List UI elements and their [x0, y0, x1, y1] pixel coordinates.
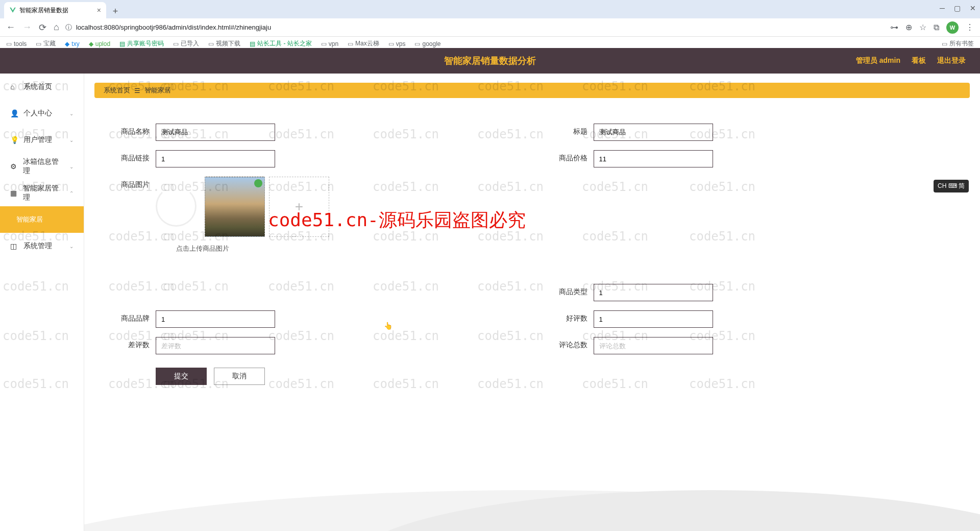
- password-icon[interactable]: ⊶: [890, 22, 898, 32]
- good-reviews-input[interactable]: [594, 310, 713, 328]
- site-info-icon[interactable]: ⓘ: [65, 23, 72, 32]
- cancel-button[interactable]: 取消: [214, 368, 265, 385]
- extensions-icon[interactable]: ⧉: [934, 23, 939, 32]
- bookmark-item[interactable]: ▤ 共享账号密码: [119, 39, 164, 48]
- forward-icon[interactable]: →: [22, 22, 32, 33]
- url-field[interactable]: ⓘ localhost:8080/springbootjr986/admin/d…: [65, 23, 884, 32]
- bad-reviews-label: 差评数: [94, 337, 156, 350]
- bookmark-item[interactable]: ▤ 站长工具 - 站长之家: [250, 39, 312, 48]
- home-icon[interactable]: ⌂: [54, 22, 59, 33]
- settings-icon: ⚙: [10, 162, 18, 171]
- product-name-input[interactable]: [156, 124, 275, 141]
- star-icon[interactable]: ☆: [919, 22, 926, 32]
- chevron-down-icon: ⌄: [69, 164, 74, 170]
- product-link-label: 商品链接: [94, 150, 156, 163]
- tab-bar: 智能家居销量数据 × + ─ ▢ ✕: [0, 0, 980, 18]
- all-bookmarks[interactable]: ▭ 所有书签: [942, 39, 974, 48]
- back-icon[interactable]: ←: [6, 22, 15, 33]
- maximize-icon[interactable]: ▢: [954, 4, 961, 12]
- title-label: 标题: [532, 124, 594, 136]
- submit-button[interactable]: 提交: [156, 368, 207, 385]
- product-price-input[interactable]: [594, 150, 713, 167]
- vue-icon: [9, 7, 16, 14]
- menu-icon[interactable]: ⋮: [966, 22, 974, 32]
- product-brand-input[interactable]: [156, 310, 275, 328]
- chevron-up-icon: ⌃: [69, 190, 74, 196]
- total-reviews-label: 评论总数: [532, 337, 594, 350]
- admin-label[interactable]: 管理员 admin: [856, 56, 900, 65]
- decorative-hills: [84, 460, 980, 531]
- title-input[interactable]: [594, 124, 713, 141]
- address-bar: ← → ⟳ ⌂ ⓘ localhost:8080/springbootjr986…: [0, 18, 980, 37]
- breadcrumb: 系统首页 ☰ 智能家居: [94, 83, 970, 98]
- product-image-label: 商品图片: [94, 177, 156, 189]
- new-tab-button[interactable]: +: [108, 4, 122, 18]
- app-header: 智能家居销量数据分析 管理员 admin 看板 退出登录: [0, 48, 980, 74]
- breadcrumb-current: 智能家居: [144, 86, 171, 95]
- good-reviews-label: 好评数: [532, 310, 594, 323]
- product-link-input[interactable]: [156, 150, 275, 167]
- browser-chrome: 智能家居销量数据 × + ─ ▢ ✕ ← → ⟳ ⌂ ⓘ localhost:8…: [0, 0, 980, 48]
- sidebar: ⌂系统首页 👤个人中心⌄ 💡用户管理⌄ ⚙冰箱信息管理⌄ ▦智能家居管理⌃ 智能…: [0, 74, 84, 531]
- app-title: 智能家居销量数据分析: [444, 55, 536, 67]
- reload-icon[interactable]: ⟳: [39, 22, 46, 33]
- chevron-down-icon: ⌄: [69, 137, 74, 143]
- bookmark-item[interactable]: ▭ 已导入: [173, 39, 199, 48]
- grid-icon: ▦: [10, 189, 18, 197]
- bookmark-item[interactable]: ▭ vpn: [321, 40, 338, 47]
- browser-tab[interactable]: 智能家居销量数据 ×: [4, 2, 106, 18]
- cursor-icon: 👆: [384, 322, 393, 330]
- loading-spinner-icon: [156, 186, 197, 227]
- bad-reviews-input[interactable]: [156, 337, 275, 354]
- sidebar-item-fridge[interactable]: ⚙冰箱信息管理⌄: [0, 153, 84, 180]
- total-reviews-input[interactable]: [594, 337, 713, 354]
- bookmark-item[interactable]: ▭ google: [414, 40, 440, 47]
- product-name-label: 商品名称: [94, 124, 156, 136]
- bookmark-item[interactable]: ◆ txy: [65, 40, 79, 47]
- main-content: 系统首页 ☰ 智能家居 商品名称 标题 商品链接 商品价格 商品图片: [84, 74, 980, 531]
- url-text: localhost:8080/springbootjr986/admin/dis…: [76, 23, 271, 31]
- user-icon: 👤: [10, 109, 18, 117]
- bulb-icon: 💡: [10, 136, 18, 144]
- kanban-link[interactable]: 看板: [912, 56, 926, 65]
- translate-icon[interactable]: ⊕: [905, 22, 912, 32]
- home-icon: ⌂: [10, 83, 18, 91]
- bookmark-item[interactable]: ▭ 宝藏: [36, 39, 56, 48]
- watermark-red: code51.cn-源码乐园盗图必究: [268, 208, 526, 233]
- upload-hint: 点击上传商品图片: [176, 244, 229, 253]
- bookmark-item[interactable]: ◆ uplod: [89, 40, 110, 47]
- bookmark-item[interactable]: ▭ vps: [388, 40, 406, 47]
- close-icon[interactable]: ×: [97, 6, 101, 14]
- tab-title: 智能家居销量数据: [19, 6, 68, 15]
- sidebar-item-users[interactable]: 💡用户管理⌄: [0, 127, 84, 153]
- breadcrumb-sep: ☰: [134, 87, 140, 94]
- product-type-input[interactable]: [594, 284, 713, 301]
- bookmark-item[interactable]: ▭ 视频下载: [208, 39, 240, 48]
- product-brand-label: 商品品牌: [94, 310, 156, 323]
- bookmark-item[interactable]: ▭ Max云梯: [348, 39, 379, 48]
- minimize-icon[interactable]: ─: [940, 4, 945, 12]
- form: 商品名称 标题 商品链接 商品价格 商品图片 +: [94, 98, 970, 394]
- logout-link[interactable]: 退出登录: [937, 56, 966, 65]
- chevron-down-icon: ⌄: [69, 244, 74, 249]
- image-preview[interactable]: [205, 177, 265, 237]
- product-type-label: 商品类型: [532, 284, 594, 297]
- product-price-label: 商品价格: [532, 150, 594, 163]
- sidebar-item-profile[interactable]: 👤个人中心⌄: [0, 100, 84, 127]
- dashboard-icon: ◫: [10, 242, 18, 250]
- ime-badge: CH ⌨ 简: [934, 180, 969, 192]
- bookmark-item[interactable]: ▭ tools: [6, 40, 27, 47]
- sidebar-item-smart-home-sub[interactable]: 智能家居: [0, 206, 84, 233]
- window-controls: ─ ▢ ✕: [940, 4, 976, 12]
- chevron-down-icon: ⌄: [69, 111, 74, 116]
- close-window-icon[interactable]: ✕: [970, 4, 976, 12]
- sidebar-item-home[interactable]: ⌂系统首页: [0, 74, 84, 100]
- avatar[interactable]: W: [946, 21, 959, 34]
- sidebar-item-smart-home[interactable]: ▦智能家居管理⌃: [0, 180, 84, 206]
- sidebar-item-system[interactable]: ◫系统管理⌄: [0, 233, 84, 259]
- breadcrumb-home[interactable]: 系统首页: [104, 86, 130, 95]
